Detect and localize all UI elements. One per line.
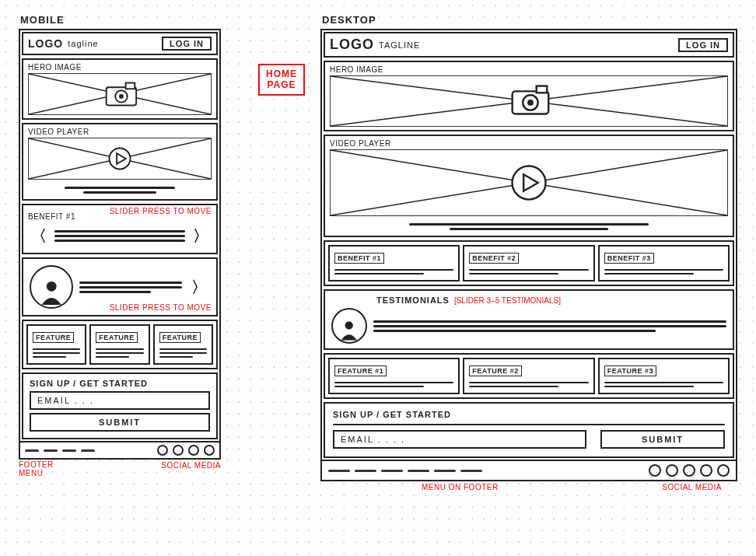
email-field[interactable]: EMAIL . . . . [333,430,586,449]
feature-card[interactable]: FEATURE [26,324,86,365]
benefit-label: BENEFIT #1 [28,212,75,221]
email-field[interactable]: EMAIL . . . [30,391,210,410]
feature-card[interactable]: FEATURE [89,324,149,365]
desktop-testimonials[interactable]: TESTIMONIALS [SLIDER 3–5 TESTIMONIALS] [324,289,734,350]
slider-annotation: SLIDER PRESS TO MOVE [110,207,212,215]
social-icon[interactable] [188,445,199,456]
social-icon[interactable] [666,464,678,477]
social-icon[interactable] [649,464,661,477]
svg-point-16 [527,100,534,106]
desktop-signup: SIGN UP / GET STARTED EMAIL . . . . SUBM… [324,402,734,458]
social-annotation: SOCIAL MEDIA [662,483,722,491]
svg-rect-14 [537,86,548,93]
mobile-feature-row: FEATURE FEATURE FEATURE [22,320,218,369]
social-icon[interactable] [683,464,695,477]
desktop-tagline: TAGLINE [379,40,420,50]
submit-button[interactable]: SUBMIT [600,430,725,449]
footer-menu-item[interactable] [25,449,39,452]
page-tag: HOME PAGE [258,64,305,96]
social-icon[interactable] [173,445,184,456]
footer-menu-annotation: MENU ON FOOTER [422,483,499,491]
camera-icon [331,76,727,126]
footer-menu-item[interactable] [381,470,403,472]
feature-card[interactable]: FEATURE #3 [598,358,730,394]
social-icon[interactable] [700,464,712,477]
mobile-logo: LOGO [28,37,63,50]
footer-menu-item[interactable] [44,449,58,452]
chevron-right-icon[interactable]: 〉 [188,277,210,298]
slider-annotation: SLIDER PRESS TO MOVE [110,303,212,312]
chevron-left-icon[interactable]: 〈 [28,226,50,247]
signup-title: SIGN UP / GET STARTED [30,379,210,388]
signup-title: SIGN UP / GET STARTED [333,410,725,419]
mobile-column: MOBILE LOGO tagline LOG IN HERO IMAGE [19,14,221,477]
mobile-hero: HERO IMAGE [22,58,218,120]
benefit-card[interactable]: BENEFIT #3 [598,245,730,281]
feature-title: FEATURE [159,332,201,343]
video-placeholder[interactable] [330,149,728,216]
social-icon[interactable] [204,445,215,456]
login-button[interactable]: LOG IN [162,37,212,51]
footer-menu-annotation: FOOTER MENU [19,461,54,477]
benefit-card[interactable]: BENEFIT #1 [328,245,460,281]
svg-point-10 [47,281,57,292]
hero-image-placeholder [330,75,728,127]
play-icon[interactable] [331,150,727,215]
feature-title: FEATURE [33,332,74,343]
hero-label: HERO IMAGE [28,63,212,72]
submit-button[interactable]: SUBMIT [30,413,210,432]
desktop-footer [322,460,736,480]
desktop-video: VIDEO PLAYER [324,135,734,237]
benefit-card[interactable]: BENEFIT #2 [463,245,594,281]
footer-menu-item[interactable] [81,449,95,452]
avatar-icon [331,308,367,344]
feature-title: FEATURE #3 [604,365,656,376]
social-icon[interactable] [717,464,730,477]
mobile-frame: LOGO tagline LOG IN HERO IMAGE [19,29,221,460]
feature-title: FEATURE #1 [334,365,387,376]
feature-card[interactable]: FEATURE #1 [328,358,460,394]
mobile-tagline: tagline [68,39,98,48]
testimonials-annotation: [SLIDER 3–5 TESTIMONIALS] [454,296,561,305]
feature-card[interactable]: FEATURE [153,324,213,365]
mobile-testimonial-slider[interactable]: 〉 SLIDER PRESS TO MOVE [22,257,218,316]
footer-menu-item[interactable] [355,470,376,472]
desktop-label: DESKTOP [322,14,737,26]
social-icon[interactable] [157,445,168,456]
svg-point-21 [345,322,353,330]
footer-menu-item[interactable] [328,470,350,472]
video-placeholder[interactable] [28,138,212,180]
login-button[interactable]: LOG IN [678,38,728,52]
video-label: VIDEO PLAYER [330,139,728,148]
footer-menu-item[interactable] [62,449,76,452]
mobile-benefit-slider[interactable]: BENEFIT #1 SLIDER PRESS TO MOVE 〈 〉 [22,204,218,254]
footer-menu-item[interactable] [408,470,429,472]
mobile-footer [20,441,219,458]
hero-image-placeholder [28,73,212,115]
desktop-footer-annotations: MENU ON FOOTER SOCIAL MEDIA [320,483,737,491]
svg-point-19 [513,166,546,200]
benefit-title: BENEFIT #1 [334,253,384,264]
mobile-signup: SIGN UP / GET STARTED EMAIL . . . SUBMIT [22,372,218,439]
mobile-header: LOGO tagline LOG IN [22,32,218,55]
hero-label: HERO IMAGE [330,65,728,74]
desktop-frame: LOGO TAGLINE LOG IN HERO IMAGE [320,29,737,481]
social-annotation: SOCIAL MEDIA [161,461,221,477]
feature-card[interactable]: FEATURE #2 [463,358,594,394]
footer-menu-item[interactable] [460,470,482,472]
svg-point-5 [119,94,124,99]
desktop-feature-row: FEATURE #1 FEATURE #2 FEATURE #3 [324,353,734,399]
video-label: VIDEO PLAYER [28,128,212,136]
svg-rect-3 [126,83,135,89]
mobile-label: MOBILE [20,14,221,26]
footer-menu-item[interactable] [434,470,456,472]
camera-icon [29,74,211,114]
desktop-header: LOGO TAGLINE LOG IN [324,32,734,58]
desktop-hero: HERO IMAGE [324,61,734,131]
chevron-right-icon[interactable]: 〉 [190,226,212,247]
desktop-column: DESKTOP LOGO TAGLINE LOG IN HERO IMAGE [320,14,737,491]
mobile-video: VIDEO PLAYER [22,123,218,201]
testimonials-label: TESTIMONIALS [376,295,450,305]
avatar-icon [30,265,73,309]
play-icon[interactable] [29,138,211,179]
